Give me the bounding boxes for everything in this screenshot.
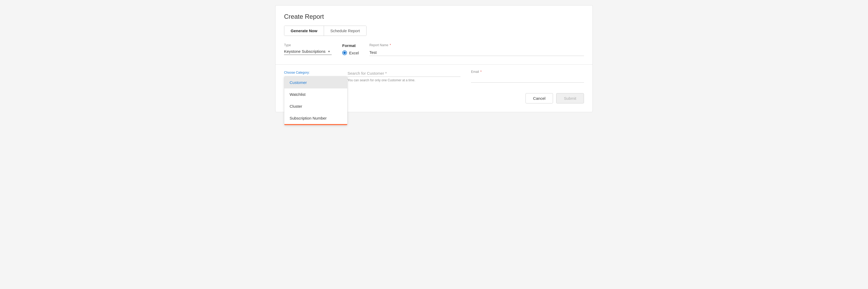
cancel-button[interactable]: Cancel [526,93,553,104]
format-excel-option[interactable]: Excel [342,50,359,55]
report-name-input[interactable] [369,49,584,56]
email-right-fields: Email * [471,70,584,83]
format-excel-radio[interactable] [342,50,347,55]
tabs-container: Generate Now Schedule Report [284,26,367,36]
category-group: Choose Category: Customer Watchlist Clus… [284,70,337,75]
search-customer-input[interactable] [347,70,460,77]
email-input[interactable] [471,76,584,83]
submit-button[interactable]: Submit [556,93,584,104]
type-label: Type [284,43,332,47]
choose-category-label: Choose Category: [284,71,310,74]
category-dropdown-menu: Customer Watchlist Cluster Subscription … [284,76,347,125]
email-field-group: Email * [471,70,584,83]
report-name-field-group: Report Name * [369,43,584,56]
search-input-wrapper [347,70,460,77]
category-item-cluster[interactable]: Cluster [284,100,347,112]
page-title: Create Report [284,13,584,20]
top-form-section: Type Keystone Subscriptions ▾ Format Exc… [284,43,584,56]
section-divider [276,64,592,65]
category-item-customer[interactable]: Customer [284,76,347,88]
search-customer-group: You can search for only one Customer at … [347,70,460,82]
category-item-watchlist[interactable]: Watchlist [284,88,347,100]
type-value: Keystone Subscriptions [284,49,326,53]
dropdown-bottom-indicator [284,124,347,125]
create-report-container: Create Report Generate Now Schedule Repo… [275,5,593,112]
category-row: Choose Category: Customer Watchlist Clus… [284,70,584,83]
type-selector[interactable]: Keystone Subscriptions ▾ [284,49,332,55]
email-label: Email * [471,70,584,74]
type-field-group: Type Keystone Subscriptions ▾ [284,43,332,55]
right-fields: Report Name * [369,43,584,56]
tab-schedule-report[interactable]: Schedule Report [324,26,366,36]
category-item-subscription-number[interactable]: Subscription Number [284,112,347,124]
report-name-label: Report Name * [369,43,584,47]
format-excel-label: Excel [349,51,359,55]
format-label: Format [342,43,359,48]
search-customer-hint: You can search for only one Customer at … [347,78,460,82]
type-dropdown-arrow: ▾ [328,49,330,53]
tab-generate-now[interactable]: Generate Now [284,26,324,36]
format-field-group: Format Excel [342,43,359,55]
